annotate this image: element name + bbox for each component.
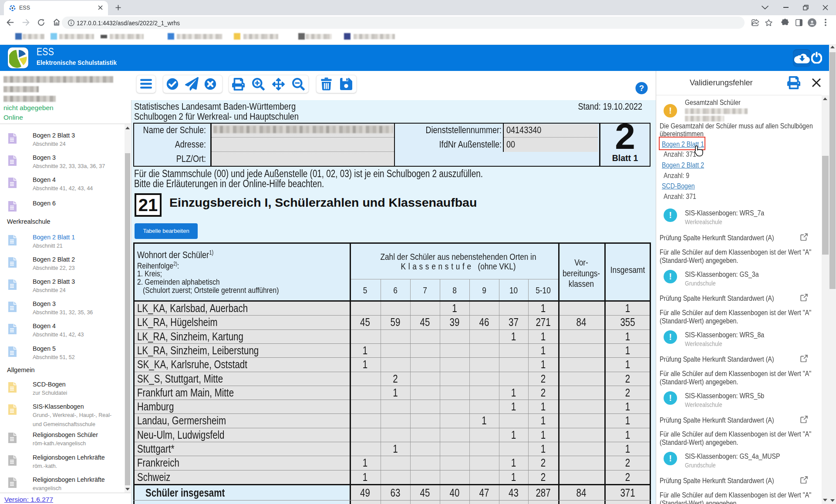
svg-text:?: ? [639,84,644,93]
